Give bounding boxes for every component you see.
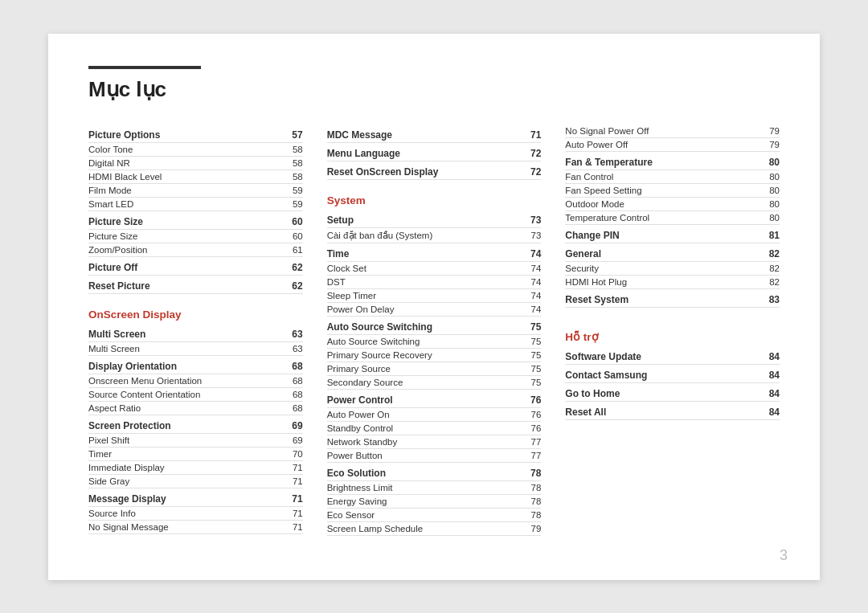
item-page: 74 [525, 264, 541, 273]
toc-item: Reset All84 [565, 405, 780, 420]
toc-item: Outdoor Mode80 [565, 198, 780, 211]
item-label: Clock Set [327, 264, 526, 273]
item-page: 76 [525, 410, 541, 419]
toc-item: HDMI Hot Plug82 [565, 276, 780, 289]
item-page: 73 [525, 231, 541, 240]
item-label: Picture Off [88, 262, 287, 273]
toc-item: Multi Screen63 [88, 342, 303, 356]
item-page: 84 [764, 407, 780, 418]
item-page: 75 [525, 378, 541, 387]
toc-item: Display Orientation68 [88, 359, 303, 374]
item-page: 58 [287, 172, 303, 182]
item-page: 62 [287, 262, 303, 273]
item-label: Reset All [565, 407, 764, 418]
item-label: HDMI Hot Plug [565, 277, 764, 287]
item-label: Primary Source [327, 364, 526, 374]
item-page: 74 [525, 248, 541, 260]
toc-item: Menu Language72 [327, 146, 542, 161]
col2-top: MDC Message71Menu Language72Reset OnScre… [327, 128, 542, 180]
item-label: Brightness Limit [327, 483, 526, 492]
toc-item: Onscreen Menu Orientation68 [88, 374, 303, 388]
toc-item: Zoom/Position61 [88, 243, 303, 257]
section-header: OnScreen Display [88, 309, 303, 321]
toc-item: Fan & Temperature80 [565, 155, 780, 170]
item-label: Picture Size [88, 231, 287, 241]
item-page: 76 [525, 394, 541, 406]
toc-item: Go to Home84 [565, 386, 780, 402]
item-label: Go to Home [565, 388, 764, 399]
col2: MDC Message71Menu Language72Reset OnScre… [327, 125, 566, 536]
item-page: 77 [525, 451, 541, 460]
item-page: 73 [525, 215, 541, 226]
item-page: 71 [287, 522, 303, 532]
item-page: 69 [287, 435, 303, 445]
toc-item: Film Mode59 [88, 184, 303, 198]
col1: Picture Options57Color Tone58Digital NR5… [88, 125, 327, 536]
toc-item: No Signal Power Off79 [565, 125, 780, 138]
toc-item: Time74 [327, 247, 542, 262]
item-label: No Signal Power Off [565, 126, 764, 136]
item-page: 74 [525, 291, 541, 300]
item-label: Side Gray [88, 476, 287, 486]
item-label: Software Update [565, 351, 764, 362]
item-label: Fan Speed Setting [565, 186, 764, 195]
col2-sections: SystemSetup73Cài đặt ban đầu (System)73T… [327, 194, 542, 536]
toc-item: Auto Power On76 [327, 408, 542, 422]
item-page: 68 [287, 361, 303, 372]
item-page: 69 [287, 420, 303, 431]
item-label: Eco Solution [327, 468, 526, 479]
item-page: 68 [287, 390, 303, 399]
item-page: 58 [287, 158, 303, 168]
col1-sections: OnScreen DisplayMulti Screen63Multi Scre… [88, 309, 303, 534]
item-page: 79 [764, 140, 780, 149]
item-label: Primary Source Recovery [327, 350, 526, 360]
item-page: 59 [287, 186, 303, 195]
item-label: Cài đặt ban đầu (System) [327, 230, 526, 241]
item-label: Source Info [88, 509, 287, 518]
item-page: 59 [287, 199, 303, 209]
toc-item: Picture Options57 [88, 128, 303, 143]
item-page: 82 [764, 277, 780, 287]
toc-item: Security82 [565, 262, 780, 276]
item-page: 75 [525, 364, 541, 374]
toc-item: Smart LED59 [88, 198, 303, 211]
item-page: 61 [287, 245, 303, 255]
toc-item: Sleep Timer74 [327, 289, 542, 303]
toc-item: Eco Solution78 [327, 466, 542, 481]
col3-top: No Signal Power Off79Auto Power Off79 [565, 125, 780, 152]
item-label: Source Content Orientation [88, 390, 287, 399]
item-label: Temperature Control [565, 213, 764, 223]
item-page: 72 [525, 148, 541, 159]
toc-item: Digital NR58 [88, 157, 303, 170]
toc-item: Standby Control76 [327, 422, 542, 435]
item-label: Fan & Temperature [565, 157, 764, 168]
toc-item: Auto Source Switching75 [327, 335, 542, 349]
item-label: Multi Screen [88, 344, 287, 353]
item-label: Fan Control [565, 172, 764, 182]
item-page: 79 [525, 524, 541, 533]
item-page: 70 [287, 449, 303, 459]
item-label: Outdoor Mode [565, 199, 764, 209]
item-label: Change PIN [565, 230, 764, 241]
toc-item: Fan Control80 [565, 170, 780, 184]
toc-item: Power Button77 [327, 449, 542, 463]
item-label: Power On Delay [327, 304, 526, 314]
item-label: Digital NR [88, 158, 287, 168]
toc-item: Color Tone58 [88, 143, 303, 157]
item-label: Auto Power Off [565, 140, 764, 149]
item-page: 63 [287, 344, 303, 353]
toc-item: Reset OnScreen Display72 [327, 165, 542, 180]
toc-item: HDMI Black Level58 [88, 170, 303, 184]
toc-item: Temperature Control80 [565, 211, 780, 225]
item-page: 72 [525, 166, 541, 178]
item-label: Picture Size [88, 216, 287, 227]
item-page: 78 [525, 483, 541, 492]
col3-sections: Fan & Temperature80Fan Control80Fan Spee… [565, 155, 780, 420]
col1-picture-options: Picture Options57Color Tone58Digital NR5… [88, 128, 303, 294]
item-page: 76 [525, 423, 541, 433]
item-page: 71 [287, 493, 303, 505]
toc-item: Change PIN81 [565, 228, 780, 243]
item-page: 62 [287, 280, 303, 292]
toc-item: Multi Screen63 [88, 327, 303, 342]
item-label: Immediate Display [88, 463, 287, 472]
